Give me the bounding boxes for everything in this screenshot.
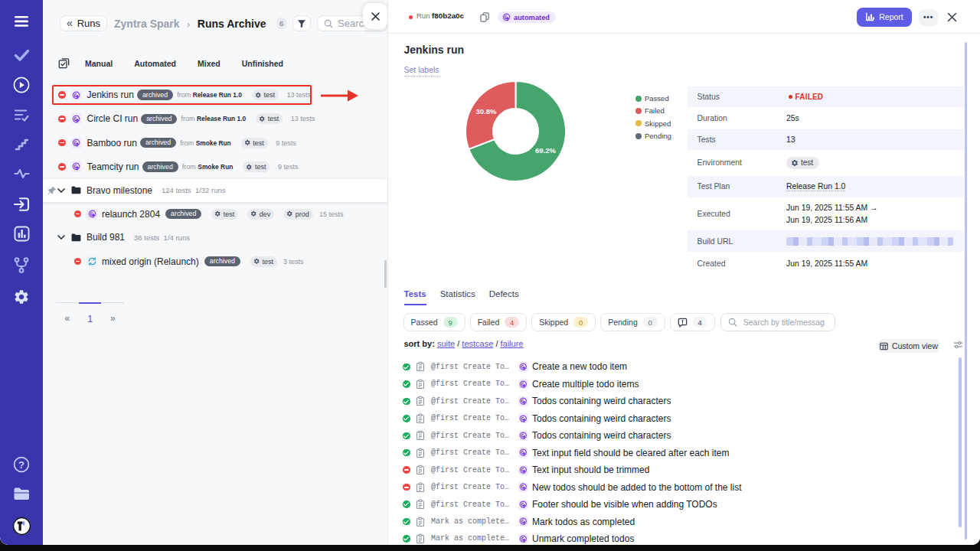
svg-text:30.8%: 30.8%: [476, 107, 497, 116]
svg-text:?: ?: [18, 459, 24, 471]
svg-text:69.2%: 69.2%: [535, 146, 556, 155]
